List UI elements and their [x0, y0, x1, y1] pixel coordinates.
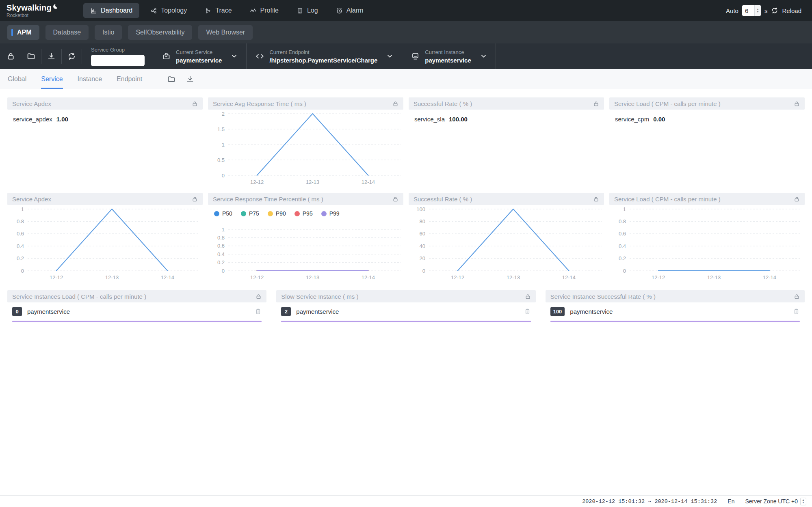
svg-text:0.2: 0.2	[619, 255, 626, 261]
auto-interval-value: 6	[742, 7, 754, 14]
metric-name: service_cpm	[615, 116, 649, 123]
log-icon	[297, 7, 303, 14]
tab-instance[interactable]: Instance	[78, 69, 102, 89]
download-icon[interactable]	[47, 52, 56, 60]
svg-text:1: 1	[222, 227, 225, 233]
instance-row: 0paymentservice	[12, 307, 262, 316]
legend-label: P50	[222, 210, 232, 217]
service-icon	[162, 52, 171, 60]
svg-text:0.4: 0.4	[17, 243, 24, 249]
category-tab-web-browser[interactable]: Web Browser	[198, 25, 253, 40]
chart-legend: P50P75P90P95P99	[208, 205, 403, 217]
clipboard-icon[interactable]	[524, 308, 531, 315]
profile-icon	[250, 7, 257, 14]
folder-icon[interactable]	[167, 75, 175, 83]
lock-icon[interactable]	[794, 196, 800, 202]
svg-text:12-12: 12-12	[250, 179, 264, 185]
refresh-icon[interactable]	[67, 52, 76, 60]
svg-text:0.6: 0.6	[17, 231, 24, 237]
legend-item-p95[interactable]: P95	[294, 210, 313, 217]
topology-icon	[150, 7, 157, 14]
folder-icon[interactable]	[27, 52, 35, 60]
lock-icon[interactable]	[392, 101, 398, 107]
footer-bar: 2020-12-12 15:01:32 ~ 2020-12-14 15:31:3…	[0, 495, 812, 507]
selector-current-instance[interactable]: Current Instancepaymentservice	[402, 49, 495, 64]
svg-text:0: 0	[623, 268, 626, 274]
svg-text:1: 1	[222, 142, 225, 148]
instance-row: 2paymentservice	[281, 307, 531, 316]
selector-current-service[interactable]: Current Servicepaymentservice	[153, 49, 246, 64]
legend-item-p75[interactable]: P75	[241, 210, 259, 217]
lock-icon[interactable]	[6, 52, 15, 60]
svg-text:2: 2	[222, 111, 225, 117]
card-header: Successful Rate ( % )	[409, 193, 604, 205]
lock-icon[interactable]	[192, 196, 198, 202]
selector-label: Current Instance	[425, 49, 471, 55]
selector-current-endpoint[interactable]: Current Endpoint/hipstershop.PaymentServ…	[247, 49, 402, 64]
lock-icon[interactable]	[794, 293, 800, 300]
nav-item-topology[interactable]: Topology	[143, 3, 194, 18]
nav-item-profile[interactable]: Profile	[243, 3, 286, 18]
card-title: Service Avg Response Time ( ms )	[213, 100, 392, 107]
legend-dot	[294, 211, 300, 216]
nav-item-trace[interactable]: Trace	[198, 3, 238, 18]
lock-icon[interactable]	[192, 101, 198, 107]
chart-area: 00.20.40.60.8112-1212-1312-14	[609, 205, 805, 283]
tab-global[interactable]: Global	[8, 69, 26, 89]
nav-item-dashboard[interactable]: Dashboard	[83, 3, 139, 18]
svg-text:0.8: 0.8	[217, 235, 225, 241]
reload-button[interactable]: Reload	[782, 7, 801, 14]
legend-item-p90[interactable]: P90	[268, 210, 286, 217]
service-group-input[interactable]	[91, 55, 145, 66]
legend-item-p99[interactable]: P99	[321, 210, 340, 217]
line-chart: 00.20.40.60.8112-1212-1312-14	[7, 205, 203, 283]
category-tab-selfobservability[interactable]: SelfObservability	[128, 25, 192, 40]
tab-endpoint[interactable]: Endpoint	[117, 69, 142, 89]
svg-text:12-14: 12-14	[562, 274, 576, 280]
nav-item-log[interactable]: Log	[290, 3, 325, 18]
auto-label: Auto	[726, 7, 738, 14]
top-nav-right: Auto 6 ▲▼ s Reload	[726, 5, 801, 16]
lock-icon[interactable]	[392, 196, 398, 202]
instance-progress-bar	[12, 321, 262, 322]
nav-item-label: Log	[307, 7, 318, 14]
moon-icon	[52, 4, 58, 9]
instance-name: paymentservice	[296, 308, 339, 315]
auto-interval-stepper[interactable]: ▲▼	[754, 5, 761, 16]
svg-text:0.2: 0.2	[17, 255, 24, 261]
clipboard-icon[interactable]	[793, 308, 800, 315]
category-tab-database[interactable]: Database	[45, 25, 89, 40]
svg-text:0.6: 0.6	[619, 231, 626, 237]
lock-icon[interactable]	[794, 101, 800, 107]
selector-separator	[496, 43, 496, 69]
lock-icon[interactable]	[525, 293, 531, 300]
auto-interval-input[interactable]: 6 ▲▼	[742, 5, 761, 16]
instance-icon	[411, 52, 420, 60]
server-zone-stepper[interactable]: ▲▼	[800, 498, 806, 505]
clipboard-icon[interactable]	[255, 308, 262, 315]
svg-text:1: 1	[21, 206, 24, 212]
svg-text:80: 80	[420, 218, 425, 224]
card-title: Service Instances Load ( CPM - calls per…	[12, 293, 256, 300]
lock-icon[interactable]	[256, 293, 262, 300]
top-nav: Skywalking Rocketbot DashboardTopologyTr…	[0, 0, 812, 21]
legend-item-p50[interactable]: P50	[214, 210, 232, 217]
toolbar-separator	[61, 49, 62, 64]
card-row-1: Service Apdexservice_apdex1.00Service Av…	[7, 97, 805, 188]
metric-name: service_apdex	[13, 116, 52, 123]
metric-value: 1.00	[56, 116, 68, 123]
category-tab-apm[interactable]: APM	[7, 25, 39, 40]
card-row-2: Service Apdex00.20.40.60.8112-1212-1312-…	[7, 193, 805, 283]
tab-service[interactable]: Service	[41, 69, 63, 89]
instance-value-badge: 0	[12, 307, 22, 316]
download-icon[interactable]	[186, 75, 194, 83]
lock-icon[interactable]	[593, 101, 599, 107]
lock-icon[interactable]	[593, 196, 599, 202]
nav-item-label: Dashboard	[101, 7, 132, 14]
category-tab-istio[interactable]: Istio	[95, 25, 122, 40]
card-service-apdex: Service Apdex00.20.40.60.8112-1212-1312-…	[7, 193, 203, 283]
time-range-picker[interactable]: 2020-12-12 15:01:32 ~ 2020-12-14 15:31:3…	[582, 498, 717, 505]
reload-icon[interactable]	[771, 7, 778, 14]
nav-item-alarm[interactable]: Alarm	[329, 3, 370, 18]
language-toggle[interactable]: En	[728, 498, 734, 505]
